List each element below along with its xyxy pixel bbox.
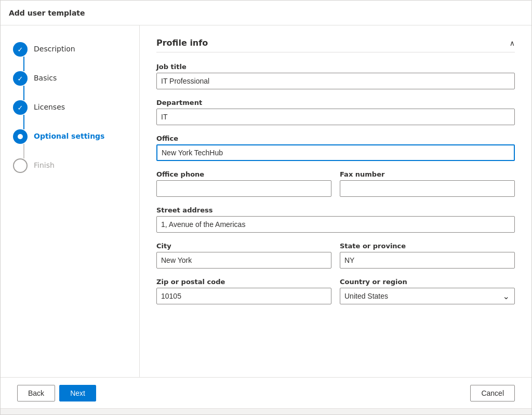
phone-fax-row: Office phone Fax number xyxy=(156,170,515,206)
section-title: Profile info xyxy=(156,38,208,48)
office-phone-label: Office phone xyxy=(156,170,331,178)
department-group: Department xyxy=(156,99,515,125)
checkmark-icon-3: ✓ xyxy=(18,104,23,112)
step-circle-licenses: ✓ xyxy=(13,100,28,115)
city-group: City xyxy=(156,242,331,269)
page-wrapper: Add user template ✓ Description ✓ xyxy=(0,0,532,415)
bottom-scrollbar[interactable] xyxy=(1,408,531,414)
city-input[interactable] xyxy=(156,252,331,269)
street-address-group: Street address xyxy=(156,206,515,233)
job-title-label: Job title xyxy=(156,63,515,71)
step-circle-description: ✓ xyxy=(13,42,28,57)
office-label: Office xyxy=(156,135,515,142)
step-basics: ✓ Basics xyxy=(13,71,127,100)
next-button[interactable]: Next xyxy=(59,385,96,401)
step-circle-optional xyxy=(13,129,28,144)
checkmark-icon: ✓ xyxy=(18,46,23,53)
city-label: City xyxy=(156,242,331,250)
country-label: Country or region xyxy=(340,278,515,286)
connector-2 xyxy=(23,86,24,100)
state-label: State or province xyxy=(340,242,515,250)
section-header: Profile info ∧ xyxy=(156,38,515,52)
state-group: State or province xyxy=(340,242,515,269)
fax-number-label: Fax number xyxy=(340,170,515,178)
zip-input[interactable] xyxy=(156,288,331,304)
state-input[interactable] xyxy=(340,252,515,269)
checkmark-icon-2: ✓ xyxy=(18,75,23,83)
main-area: ✓ Description ✓ Basics xyxy=(1,25,531,377)
step-description: ✓ Description xyxy=(13,42,127,71)
office-phone-group: Office phone xyxy=(156,170,331,197)
step-label-finish: Finish xyxy=(34,158,55,171)
department-input[interactable] xyxy=(156,109,515,125)
zip-group: Zip or postal code xyxy=(156,278,331,304)
step-circle-finish xyxy=(13,158,28,173)
office-group: Office xyxy=(156,135,515,161)
sidebar: ✓ Description ✓ Basics xyxy=(1,25,140,377)
department-label: Department xyxy=(156,99,515,106)
street-address-label: Street address xyxy=(156,206,515,214)
connector-3 xyxy=(23,115,24,129)
step-label-basics: Basics xyxy=(34,71,57,84)
office-phone-input[interactable] xyxy=(156,180,331,197)
job-title-group: Job title xyxy=(156,63,515,89)
header: Add user template xyxy=(1,1,531,25)
page-title: Add user template xyxy=(9,9,85,17)
country-select[interactable]: United States Canada United Kingdom Aust… xyxy=(340,288,515,304)
step-label-licenses: Licenses xyxy=(34,100,65,113)
footer: Back Next Cancel xyxy=(1,377,531,408)
connector-1 xyxy=(23,57,24,71)
city-state-row: City State or province xyxy=(156,242,515,278)
step-label-optional: Optional settings xyxy=(34,129,104,142)
street-address-input[interactable] xyxy=(156,216,515,233)
back-button[interactable]: Back xyxy=(17,385,55,401)
content-panel[interactable]: Profile info ∧ Job title Department Offi… xyxy=(140,25,531,377)
step-finish: Finish xyxy=(13,158,127,173)
country-select-wrapper: United States Canada United Kingdom Aust… xyxy=(340,288,515,304)
job-title-input[interactable] xyxy=(156,73,515,89)
zip-label: Zip or postal code xyxy=(156,278,331,286)
fax-number-input[interactable] xyxy=(340,180,515,197)
step-label-description: Description xyxy=(34,42,75,55)
step-optional-settings: Optional settings xyxy=(13,129,127,158)
zip-country-row: Zip or postal code Country or region Uni… xyxy=(156,278,515,314)
country-group: Country or region United States Canada U… xyxy=(340,278,515,304)
step-licenses: ✓ Licenses xyxy=(13,100,127,129)
step-circle-basics: ✓ xyxy=(13,71,28,86)
connector-4 xyxy=(23,144,24,158)
chevron-up-icon[interactable]: ∧ xyxy=(510,39,515,47)
fax-number-group: Fax number xyxy=(340,170,515,197)
office-input[interactable] xyxy=(156,144,515,161)
cancel-button[interactable]: Cancel xyxy=(470,385,515,401)
